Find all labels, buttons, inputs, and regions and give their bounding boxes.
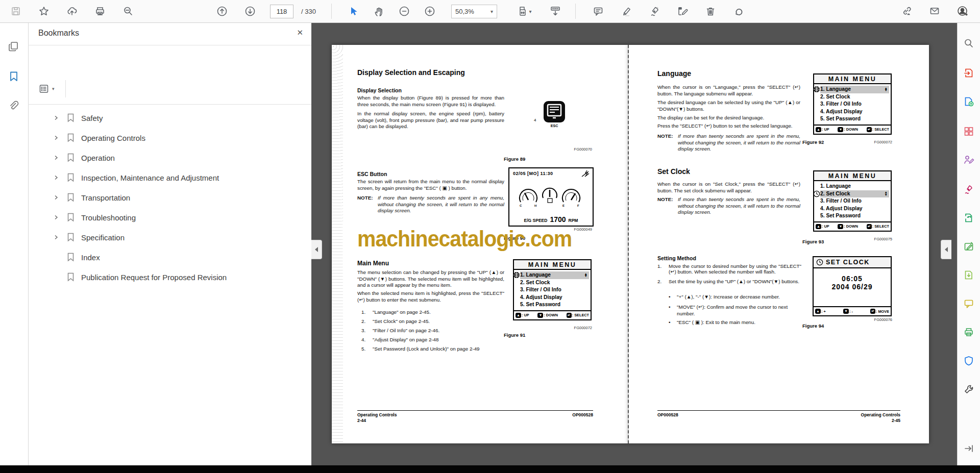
setting-bullet: •"+" (▲), "-" (▼): Increase or decrease …: [669, 294, 801, 301]
page-scrolling-icon[interactable]: [547, 3, 564, 19]
figure-code: FG000075: [851, 237, 892, 241]
attachments-paperclip-icon[interactable]: [6, 98, 22, 114]
paragraph: The display can be set for the desired l…: [657, 115, 800, 121]
esc-button-heading: ESC Button: [357, 171, 387, 177]
print-icon[interactable]: [92, 3, 108, 19]
acrobat-window: 118 / 330 50,3% ▾ ▾: [0, 0, 980, 473]
bookmark-item-troubleshooting[interactable]: Troubleshooting: [28, 208, 311, 227]
chevron-right-icon[interactable]: [54, 155, 59, 160]
page-number-input[interactable]: 118: [270, 5, 293, 18]
chevron-right-icon[interactable]: [54, 135, 59, 140]
tool-export-pdf-icon[interactable]: [961, 65, 976, 81]
toolbar-view-group: 50,3% ▾ ▾: [345, 3, 564, 19]
chevron-down-icon: ▾: [52, 86, 55, 91]
share-link-icon[interactable]: [898, 3, 915, 19]
delete-trash-icon[interactable]: [702, 3, 719, 19]
previous-page-icon[interactable]: [214, 3, 230, 19]
bookmark-icon: [67, 193, 75, 202]
figure-90-display-screen: 02/05 [MO] 11:30 C H E: [508, 167, 594, 227]
tool-create-pdf-icon[interactable]: [961, 94, 976, 109]
fountain-pen-sign-icon[interactable]: [646, 3, 663, 19]
page-fold-divider: [628, 45, 629, 443]
bookmarks-tab-icon[interactable]: [6, 68, 22, 85]
star-bookmark-icon[interactable]: [36, 3, 52, 19]
down-key-icon: ▼: [537, 313, 543, 318]
setting-method-heading: Setting Method: [657, 255, 696, 261]
tool-stamp-comment-icon[interactable]: [961, 296, 976, 311]
bookmark-icon: [67, 153, 75, 162]
chevron-right-icon[interactable]: [54, 235, 59, 240]
chevron-right-icon[interactable]: [54, 215, 59, 220]
tool-search-icon[interactable]: [961, 36, 976, 51]
chevron-right-icon[interactable]: [54, 175, 59, 180]
divider: [28, 104, 311, 105]
zoom-in-icon[interactable]: [422, 3, 438, 19]
display-button-icon: [543, 100, 566, 123]
bookmark-item-safety[interactable]: Safety: [28, 108, 311, 128]
hand-tool-icon[interactable]: [371, 3, 387, 19]
close-icon[interactable]: ✕: [297, 28, 303, 37]
bookmark-icon: [67, 133, 75, 142]
paragraph: When the selected menu item is highlight…: [357, 290, 504, 303]
tool-edit-pdf-icon[interactable]: [961, 239, 976, 254]
highlighter-icon[interactable]: [618, 3, 634, 19]
select-key-icon: ↵: [867, 127, 872, 132]
figure-caption: Figure 92: [802, 139, 824, 145]
footer-section: Operating Controls: [357, 412, 397, 417]
comment-icon[interactable]: [590, 3, 606, 19]
tool-more-tools-icon[interactable]: [961, 382, 976, 397]
select-tool-icon[interactable]: [345, 3, 361, 19]
footer-section: Operating Controls: [829, 412, 900, 417]
bookmark-icon: [67, 213, 75, 222]
navigation-pane-strip: [0, 22, 29, 465]
bookmark-item-transportation[interactable]: Transportation: [28, 188, 311, 207]
bookmark-item-specification[interactable]: Specification: [28, 228, 311, 247]
tool-organize-pages-icon[interactable]: [961, 123, 976, 139]
next-page-icon[interactable]: [242, 3, 258, 19]
zoom-level-select[interactable]: 50,3% ▾: [451, 5, 497, 18]
bookmark-icon: [67, 173, 75, 182]
zoom-out-icon[interactable]: [396, 3, 412, 19]
email-icon[interactable]: [926, 3, 943, 19]
bookmark-item-operation[interactable]: Operation: [28, 148, 311, 167]
bookmark-item-publication-request[interactable]: Publication Request for Proposed Revisio…: [28, 267, 311, 287]
edit-page-icon[interactable]: [674, 3, 691, 19]
tool-convert-icon[interactable]: [961, 210, 976, 226]
figure-code: FG000072: [851, 140, 892, 144]
note-text: If more than twenty seconds are spent in…: [678, 133, 800, 153]
figure-code: FG000070: [551, 147, 592, 152]
add-people-avatar-icon[interactable]: [954, 3, 971, 19]
search-icon[interactable]: [120, 3, 136, 19]
document-page-right[interactable]: Language When the cursor is on "Language…: [629, 45, 929, 443]
set-clock-screen-title: SET CLOCK: [814, 257, 891, 268]
globe-cursor-icon: [513, 271, 520, 279]
chevron-right-icon[interactable]: [54, 195, 59, 200]
open-tools-panel-button[interactable]: [941, 240, 951, 259]
tool-print-production-icon[interactable]: [961, 325, 976, 340]
up-key-icon: ▲: [816, 127, 821, 132]
menu-list-item: 1."Language" on page 2-45.: [361, 309, 504, 315]
fit-width-icon[interactable]: ▾: [513, 3, 535, 19]
tool-compress-icon[interactable]: [961, 267, 976, 283]
bookmark-item-operating-controls[interactable]: Operating Controls: [28, 128, 311, 147]
bookmark-item-index[interactable]: Index: [28, 247, 311, 267]
menu-list-item: 5."Set Password (Lock and Unlock)" on pa…: [361, 346, 504, 352]
menu-screen-items: 1. Language▲▼ 2. Set Clock 3. Filter / O…: [814, 84, 891, 126]
tool-sign-pen-icon[interactable]: [961, 182, 976, 197]
expand-tools-panel-icon[interactable]: [961, 441, 976, 456]
tool-fill-sign-icon[interactable]: [961, 152, 976, 167]
save-icon[interactable]: [8, 3, 24, 19]
chevron-right-icon[interactable]: [54, 115, 59, 120]
figure-94-set-clock-screen: SET CLOCK 06:05 2004 06/29 ▲: + ▼: - ↵: …: [813, 256, 892, 316]
down-key-icon: ▼: [838, 224, 843, 229]
bookmark-item-inspection[interactable]: Inspection, Maintenance and Adjustment: [28, 168, 311, 187]
collapse-sidebar-button[interactable]: [311, 240, 322, 259]
undo-icon[interactable]: [730, 3, 747, 19]
language-heading: Language: [657, 69, 691, 78]
figure-caption: Figure 93: [802, 239, 824, 244]
menu-screen-items: 1. Language 2. Set Clock▲▼ 3. Filter / O…: [814, 181, 891, 222]
tool-protect-icon[interactable]: [961, 353, 976, 368]
bookmark-options-button[interactable]: ▾: [38, 83, 55, 94]
share-upload-icon[interactable]: [64, 3, 80, 19]
page-thumbnails-icon[interactable]: [6, 38, 22, 55]
